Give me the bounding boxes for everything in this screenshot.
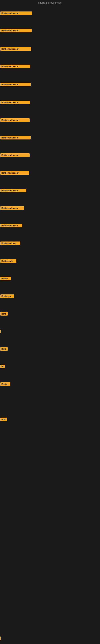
bottleneck-badge-21: Bo [0, 365, 5, 368]
site-title: TheBottlenecker.com [38, 1, 62, 4]
bottleneck-badge-2: Bottleneck result [0, 29, 32, 32]
cursor-indicator-24 [0, 636, 1, 640]
bottleneck-badge-7: Bottleneck result [0, 118, 30, 122]
bottleneck-badge-23: Bolt [0, 418, 7, 421]
bottleneck-badge-8: Bottleneck result [0, 136, 31, 140]
bottleneck-badge-17: Bottlenec [0, 294, 14, 298]
bottleneck-badge-5: Bottleneck result [0, 83, 31, 86]
bottleneck-badge-20: Bott [0, 347, 8, 351]
bottleneck-badge-13: Bottleneck resu [0, 224, 22, 228]
bottleneck-badge-14: Bottleneck res [0, 242, 20, 245]
bottleneck-badge-1: Bottleneck result [0, 12, 32, 15]
bottleneck-badge-6: Bottleneck result [0, 100, 30, 104]
bottleneck-badge-3: Bottleneck result [0, 47, 31, 51]
cursor-indicator-19 [0, 330, 1, 333]
bottleneck-badge-15: Bottleneck [0, 259, 16, 263]
bottleneck-badge-16: Bottle [0, 277, 11, 280]
bottleneck-badge-4: Bottleneck result [0, 64, 30, 68]
bottleneck-badge-11: Bottleneck resul [0, 189, 26, 192]
bottleneck-badge-12: Bottleneck resu [0, 206, 24, 210]
bottleneck-badge-9: Bottleneck result [0, 153, 30, 157]
bottleneck-badge-18: Bott [0, 312, 8, 316]
bottleneck-badge-10: Bottleneck result [0, 171, 29, 175]
bottleneck-badge-22: Bottler [0, 382, 10, 386]
